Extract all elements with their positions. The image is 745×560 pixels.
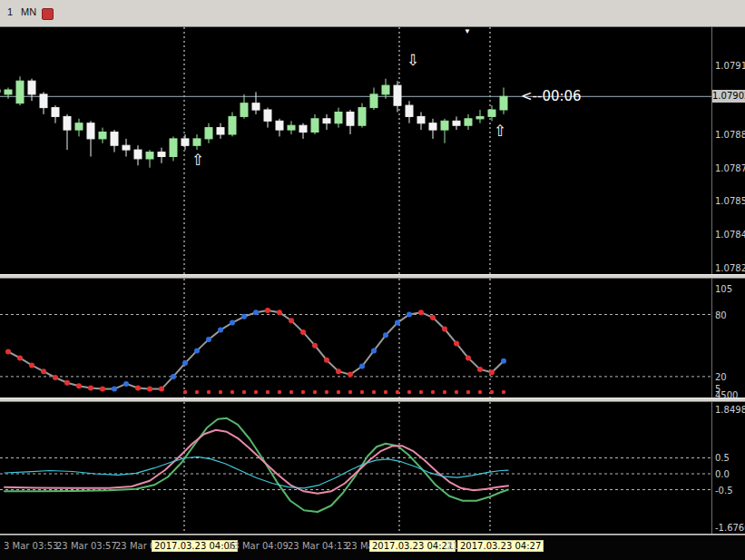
bottom-signal-dot [384, 390, 387, 394]
candlestick [276, 121, 283, 130]
candlestick [52, 108, 59, 117]
candlestick [311, 119, 319, 133]
main-chart-panel[interactable] [0, 27, 712, 274]
bottom-signal-dot [254, 390, 258, 394]
candlestick [123, 145, 130, 150]
candlestick [5, 90, 12, 94]
candlestick [87, 123, 94, 139]
bottom-signal-dot [360, 390, 364, 394]
mt4-window: 1 MN 1.07902 1.079161.078851.078701.0785… [0, 0, 745, 560]
bottom-signal-dot [207, 390, 211, 394]
signal-dot [123, 381, 129, 387]
indicator-axis-label: 0.5 [715, 453, 730, 463]
candlestick [453, 121, 460, 125]
bottom-signal-dot [502, 390, 505, 394]
toolbar-period-m1-button[interactable]: 1 [7, 6, 13, 17]
panel-separator[interactable] [0, 398, 745, 402]
candlestick [217, 128, 224, 134]
toolbar-red-icon[interactable] [42, 8, 54, 20]
candlestick [288, 125, 295, 130]
candlestick [335, 113, 342, 123]
stochastic-indicator-panel[interactable] [0, 279, 712, 398]
signal-dot [100, 387, 105, 392]
bottom-signal-dot [242, 390, 246, 394]
bottom-signal-dot [455, 390, 458, 394]
candlestick [193, 139, 201, 145]
bottom-signal-dot [478, 390, 482, 394]
candlestick [382, 85, 389, 94]
price-axis-label: 1.07855 [715, 196, 745, 206]
buy-arrow-icon[interactable]: ⇧ [191, 152, 204, 168]
signal-dot [466, 355, 471, 360]
bottom-signal-dot [325, 390, 328, 394]
signal-dot [206, 337, 211, 342]
indicator-axis-label: 20 [715, 372, 727, 382]
candlestick [370, 94, 377, 108]
candlestick-chart-svg [0, 27, 712, 274]
candlestick [252, 103, 260, 110]
signal-dot [300, 329, 306, 335]
candlestick [75, 123, 83, 130]
price-axis-label: 1.07840 [715, 230, 745, 240]
signal-dot [418, 309, 424, 315]
price-axis-label: 1.07870 [715, 163, 745, 173]
panel-separator[interactable] [0, 274, 745, 279]
signal-dot [383, 332, 388, 338]
time-axis-label: 3 Mar 03:53 [4, 541, 58, 551]
bottom-signal-dot [337, 390, 340, 394]
toolbar: 1 MN [0, 0, 745, 27]
buy-arrow-icon[interactable]: ⇧ [494, 123, 506, 139]
pink-line [5, 430, 508, 494]
bottom-signal-dot [230, 390, 234, 394]
price-axis-label: 1.07885 [715, 130, 745, 140]
signal-dot [348, 372, 353, 378]
signal-dot [112, 387, 117, 392]
candlestick [205, 128, 212, 139]
top-marker-icon: ▼ [464, 28, 471, 35]
candlestick [111, 133, 118, 146]
oscillator-indicator-panel[interactable] [0, 402, 712, 534]
signal-dot [194, 348, 200, 353]
time-axis-label: 23 Mar 04:13 [288, 541, 348, 551]
signal-dot [289, 318, 294, 323]
bottom-signal-dot [219, 390, 222, 394]
signal-dot [253, 309, 259, 315]
stochastic-svg [0, 279, 712, 398]
signal-dot [407, 312, 412, 318]
candlestick [406, 105, 413, 116]
indicator-axis-label: 1.849838 [715, 405, 745, 415]
signal-dot [41, 368, 46, 374]
bottom-signal-dot [407, 390, 411, 394]
countdown-annotation[interactable]: <--00:06 [521, 88, 582, 104]
candlestick [40, 94, 47, 108]
sell-arrow-icon[interactable]: ⇩ [407, 53, 419, 68]
signal-dot [336, 368, 341, 374]
signal-dot [501, 359, 506, 364]
indicator-axis-label: -1.67600 [715, 523, 745, 533]
candlestick [181, 139, 189, 145]
signal-dot [171, 374, 176, 379]
bottom-signal-dot [419, 390, 423, 394]
signal-dot [241, 314, 247, 319]
candlestick [465, 119, 472, 125]
candlestick [146, 152, 153, 159]
signal-dot [88, 385, 93, 390]
signal-dot [454, 340, 459, 346]
signal-dot [312, 343, 318, 349]
candlestick [16, 81, 24, 103]
time-axis-label: 23 Mar 03:57 [56, 541, 117, 551]
oscillator-svg [0, 402, 712, 534]
signal-dot [359, 364, 365, 369]
bottom-signal-dot [266, 390, 270, 394]
signal-dot [53, 375, 58, 380]
signal-dot [17, 355, 23, 360]
bottom-signal-dot [313, 390, 317, 394]
bottom-signal-dot [289, 390, 293, 394]
candlestick [500, 96, 507, 110]
signal-dot [442, 327, 447, 332]
signal-dot [489, 369, 495, 375]
toolbar-period-mn-button[interactable]: MN [21, 6, 36, 17]
candlestick [358, 108, 366, 126]
candlestick [28, 81, 35, 94]
signal-dot [371, 348, 377, 353]
